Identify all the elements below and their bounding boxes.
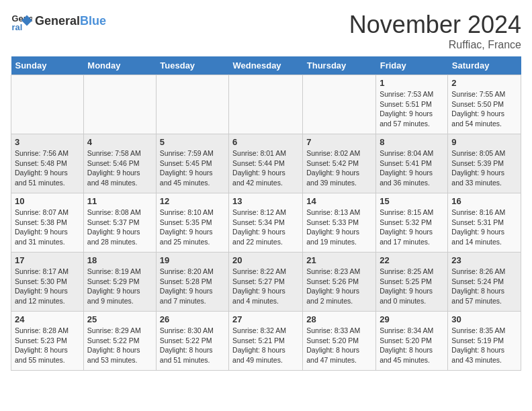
day-cell: 5Sunrise: 7:59 AM Sunset: 5:45 PM Daylig…	[156, 134, 228, 193]
weekday-header-saturday: Saturday	[448, 56, 521, 75]
week-row-5: 24Sunrise: 8:28 AM Sunset: 5:23 PM Dayli…	[11, 312, 521, 371]
day-number: 6	[232, 137, 299, 147]
week-row-2: 3Sunrise: 7:56 AM Sunset: 5:48 PM Daylig…	[11, 134, 521, 193]
day-number: 12	[160, 196, 225, 206]
day-cell	[229, 75, 303, 134]
day-info: Sunrise: 8:20 AM Sunset: 5:28 PM Dayligh…	[160, 267, 225, 306]
day-number: 13	[232, 196, 299, 206]
day-cell: 14Sunrise: 8:13 AM Sunset: 5:33 PM Dayli…	[303, 193, 376, 253]
day-number: 19	[160, 255, 225, 265]
day-info: Sunrise: 8:07 AM Sunset: 5:38 PM Dayligh…	[15, 208, 80, 247]
day-cell: 29Sunrise: 8:34 AM Sunset: 5:20 PM Dayli…	[376, 312, 448, 371]
weekday-header-sunday: Sunday	[11, 56, 84, 75]
day-cell: 13Sunrise: 8:12 AM Sunset: 5:34 PM Dayli…	[229, 193, 303, 253]
day-cell: 8Sunrise: 8:04 AM Sunset: 5:41 PM Daylig…	[376, 134, 448, 193]
day-number: 2	[451, 78, 517, 88]
day-info: Sunrise: 8:04 AM Sunset: 5:41 PM Dayligh…	[380, 148, 444, 188]
day-info: Sunrise: 8:10 AM Sunset: 5:35 PM Dayligh…	[160, 208, 225, 247]
day-info: Sunrise: 8:16 AM Sunset: 5:31 PM Dayligh…	[451, 208, 517, 247]
day-info: Sunrise: 8:35 AM Sunset: 5:19 PM Dayligh…	[451, 326, 517, 365]
day-info: Sunrise: 8:29 AM Sunset: 5:22 PM Dayligh…	[87, 326, 152, 365]
day-number: 10	[15, 196, 80, 206]
day-number: 8	[380, 137, 444, 147]
day-info: Sunrise: 8:25 AM Sunset: 5:25 PM Dayligh…	[380, 267, 444, 306]
weekday-header-thursday: Thursday	[303, 56, 376, 75]
day-cell: 6Sunrise: 8:01 AM Sunset: 5:44 PM Daylig…	[229, 134, 303, 193]
day-info: Sunrise: 7:58 AM Sunset: 5:46 PM Dayligh…	[87, 148, 152, 188]
day-cell: 2Sunrise: 7:55 AM Sunset: 5:50 PM Daylig…	[448, 75, 521, 134]
day-cell: 23Sunrise: 8:26 AM Sunset: 5:24 PM Dayli…	[448, 253, 521, 312]
day-number: 15	[380, 196, 444, 206]
day-info: Sunrise: 8:28 AM Sunset: 5:23 PM Dayligh…	[15, 326, 80, 365]
weekday-header-friday: Friday	[376, 56, 448, 75]
day-info: Sunrise: 8:13 AM Sunset: 5:33 PM Dayligh…	[306, 208, 372, 247]
day-cell: 21Sunrise: 8:23 AM Sunset: 5:26 PM Dayli…	[303, 253, 376, 312]
day-number: 28	[306, 314, 372, 324]
day-number: 7	[306, 137, 372, 147]
week-row-3: 10Sunrise: 8:07 AM Sunset: 5:38 PM Dayli…	[11, 193, 521, 253]
day-cell: 10Sunrise: 8:07 AM Sunset: 5:38 PM Dayli…	[11, 193, 84, 253]
svg-text:ral: ral	[12, 22, 23, 32]
day-info: Sunrise: 7:59 AM Sunset: 5:45 PM Dayligh…	[160, 148, 225, 188]
day-info: Sunrise: 8:26 AM Sunset: 5:24 PM Dayligh…	[451, 267, 517, 306]
day-number: 30	[451, 314, 517, 324]
calendar-header-row: SundayMondayTuesdayWednesdayThursdayFrid…	[11, 56, 521, 75]
day-number: 21	[306, 255, 372, 265]
day-number: 9	[451, 137, 517, 147]
day-cell: 20Sunrise: 8:22 AM Sunset: 5:27 PM Dayli…	[229, 253, 303, 312]
day-number: 27	[232, 314, 299, 324]
day-number: 16	[451, 196, 517, 206]
day-info: Sunrise: 8:08 AM Sunset: 5:37 PM Dayligh…	[87, 208, 152, 247]
day-cell	[83, 75, 156, 134]
day-cell: 18Sunrise: 8:19 AM Sunset: 5:29 PM Dayli…	[83, 253, 156, 312]
logo-text: GeneralBlue	[35, 15, 106, 28]
day-number: 4	[87, 137, 152, 147]
day-number: 14	[306, 196, 372, 206]
location: Ruffiac, France	[349, 39, 521, 51]
day-info: Sunrise: 8:23 AM Sunset: 5:26 PM Dayligh…	[306, 267, 372, 306]
day-cell: 26Sunrise: 8:30 AM Sunset: 5:22 PM Dayli…	[156, 312, 228, 371]
week-row-4: 17Sunrise: 8:17 AM Sunset: 5:30 PM Dayli…	[11, 253, 521, 312]
day-cell: 1Sunrise: 7:53 AM Sunset: 5:51 PM Daylig…	[376, 75, 448, 134]
day-info: Sunrise: 7:53 AM Sunset: 5:51 PM Dayligh…	[380, 89, 444, 129]
day-info: Sunrise: 8:34 AM Sunset: 5:20 PM Dayligh…	[380, 326, 444, 365]
day-cell: 28Sunrise: 8:33 AM Sunset: 5:20 PM Dayli…	[303, 312, 376, 371]
day-cell: 7Sunrise: 8:02 AM Sunset: 5:42 PM Daylig…	[303, 134, 376, 193]
day-cell	[303, 75, 376, 134]
day-number: 23	[451, 255, 517, 265]
day-info: Sunrise: 8:19 AM Sunset: 5:29 PM Dayligh…	[87, 267, 152, 306]
day-info: Sunrise: 8:02 AM Sunset: 5:42 PM Dayligh…	[306, 148, 372, 188]
day-number: 3	[15, 137, 80, 147]
week-row-1: 1Sunrise: 7:53 AM Sunset: 5:51 PM Daylig…	[11, 75, 521, 134]
day-cell: 17Sunrise: 8:17 AM Sunset: 5:30 PM Dayli…	[11, 253, 84, 312]
day-info: Sunrise: 8:30 AM Sunset: 5:22 PM Dayligh…	[160, 326, 225, 365]
weekday-header-tuesday: Tuesday	[156, 56, 228, 75]
day-info: Sunrise: 8:33 AM Sunset: 5:20 PM Dayligh…	[306, 326, 372, 365]
day-info: Sunrise: 7:55 AM Sunset: 5:50 PM Dayligh…	[451, 89, 517, 129]
day-cell: 19Sunrise: 8:20 AM Sunset: 5:28 PM Dayli…	[156, 253, 228, 312]
day-number: 5	[160, 137, 225, 147]
day-info: Sunrise: 8:32 AM Sunset: 5:21 PM Dayligh…	[232, 326, 299, 365]
day-cell: 24Sunrise: 8:28 AM Sunset: 5:23 PM Dayli…	[11, 312, 84, 371]
day-info: Sunrise: 8:15 AM Sunset: 5:32 PM Dayligh…	[380, 208, 444, 247]
day-cell	[156, 75, 228, 134]
day-info: Sunrise: 8:22 AM Sunset: 5:27 PM Dayligh…	[232, 267, 299, 306]
day-cell: 4Sunrise: 7:58 AM Sunset: 5:46 PM Daylig…	[83, 134, 156, 193]
day-cell: 11Sunrise: 8:08 AM Sunset: 5:37 PM Dayli…	[83, 193, 156, 253]
day-info: Sunrise: 7:56 AM Sunset: 5:48 PM Dayligh…	[15, 148, 80, 188]
calendar-table: SundayMondayTuesdayWednesdayThursdayFrid…	[11, 56, 521, 371]
day-info: Sunrise: 8:01 AM Sunset: 5:44 PM Dayligh…	[232, 148, 299, 188]
day-number: 20	[232, 255, 299, 265]
day-number: 29	[380, 314, 444, 324]
day-number: 18	[87, 255, 152, 265]
day-cell: 15Sunrise: 8:15 AM Sunset: 5:32 PM Dayli…	[376, 193, 448, 253]
day-cell: 12Sunrise: 8:10 AM Sunset: 5:35 PM Dayli…	[156, 193, 228, 253]
logo: Gene ral GeneralBlue	[11, 11, 106, 32]
day-cell: 27Sunrise: 8:32 AM Sunset: 5:21 PM Dayli…	[229, 312, 303, 371]
day-cell: 9Sunrise: 8:05 AM Sunset: 5:39 PM Daylig…	[448, 134, 521, 193]
title-block: November 2024 Ruffiac, France	[349, 11, 521, 51]
day-cell: 30Sunrise: 8:35 AM Sunset: 5:19 PM Dayli…	[448, 312, 521, 371]
day-cell: 16Sunrise: 8:16 AM Sunset: 5:31 PM Dayli…	[448, 193, 521, 253]
day-cell	[11, 75, 84, 134]
day-number: 26	[160, 314, 225, 324]
